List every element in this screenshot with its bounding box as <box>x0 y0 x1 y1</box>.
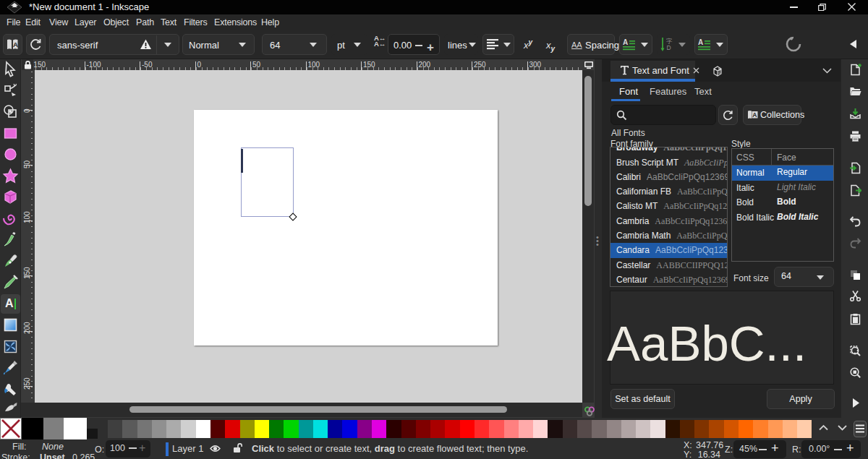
svg-text:A: A <box>698 38 703 46</box>
svg-text:A: A <box>623 38 628 46</box>
svg-text:D: D <box>667 44 671 51</box>
svg-text:A: A <box>13 40 18 48</box>
svg-text:A: A <box>752 111 757 119</box>
